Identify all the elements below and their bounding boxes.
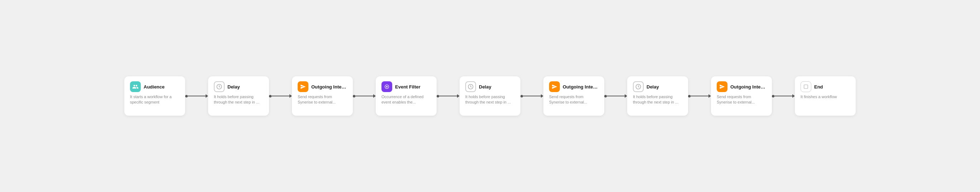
node-delay3[interactable]: Delay It holds before passing through th… <box>627 76 688 116</box>
line <box>439 96 457 96</box>
line <box>523 96 541 96</box>
audience-description: It starts a workflow for a specific segm… <box>130 94 180 105</box>
outgoing1-description: Send requests from Synerise to external.… <box>298 94 347 105</box>
workflow-container: Audience It starts a workflow for a spec… <box>110 69 870 123</box>
delay2-icon <box>465 81 476 92</box>
node-delay2[interactable]: Delay It holds before passing through th… <box>460 76 520 116</box>
dot <box>604 95 607 97</box>
node-outgoing3[interactable]: Outgoing Integr... Send requests from Sy… <box>711 76 772 116</box>
node-outgoing2-header: Outgoing Integr... <box>549 81 598 92</box>
outgoing2-description: Send requests from Synerise to external.… <box>549 94 598 105</box>
delay1-description: It holds before passing through the next… <box>214 94 263 105</box>
connector-7 <box>688 94 711 98</box>
outgoing2-title: Outgoing Integr... <box>563 84 598 90</box>
node-audience[interactable]: Audience It starts a workflow for a spec… <box>124 76 185 116</box>
connector-3 <box>353 94 376 98</box>
dot <box>185 95 188 97</box>
delay3-title: Delay <box>646 84 659 90</box>
node-outgoing1-header: Outgoing Integr... <box>298 81 347 92</box>
outgoing3-title: Outgoing Integr... <box>730 84 766 90</box>
audience-title: Audience <box>144 84 165 90</box>
line <box>607 96 625 96</box>
arrow-head <box>205 94 208 98</box>
delay3-icon <box>633 81 644 92</box>
event-filter-title: Event Filter <box>395 84 420 90</box>
arrow-head <box>625 94 627 98</box>
delay2-description: It holds before passing through the next… <box>465 94 515 105</box>
end-description: It finishes a workflow <box>800 94 850 100</box>
dot <box>437 95 439 97</box>
node-delay1-header: Delay <box>214 81 263 92</box>
node-delay3-header: Delay <box>633 81 682 92</box>
event-filter-description: Occurrence of a defined event enables th… <box>382 94 431 105</box>
arrow-head <box>457 94 460 98</box>
line <box>188 96 205 96</box>
node-delay1[interactable]: Delay It holds before passing through th… <box>208 76 269 116</box>
arrow-line <box>439 94 460 98</box>
node-outgoing1[interactable]: Outgoing Integr... Send requests from Sy… <box>292 76 353 116</box>
node-outgoing2[interactable]: Outgoing Integr... Send requests from Sy… <box>543 76 604 116</box>
outgoing2-icon <box>549 81 560 92</box>
delay2-title: Delay <box>479 84 492 90</box>
node-outgoing3-header: Outgoing Integr... <box>717 81 766 92</box>
connector-2 <box>269 94 292 98</box>
outgoing1-title: Outgoing Integr... <box>311 84 347 90</box>
node-event-filter[interactable]: Event Filter Occurrence of a defined eve… <box>376 76 437 116</box>
connector-6 <box>604 94 627 98</box>
line <box>775 96 792 96</box>
arrow-line <box>355 94 376 98</box>
arrow-head <box>792 94 795 98</box>
delay1-icon <box>214 81 224 92</box>
node-delay2-header: Delay <box>465 81 515 92</box>
outgoing3-icon <box>717 81 727 92</box>
delay1-title: Delay <box>228 84 240 90</box>
svg-point-2 <box>386 86 388 87</box>
end-icon <box>800 81 811 92</box>
dot <box>520 95 523 97</box>
line <box>690 96 708 96</box>
dot <box>772 95 775 97</box>
audience-icon <box>130 81 141 92</box>
arrow-line <box>272 94 292 98</box>
delay3-description: It holds before passing through the next… <box>633 94 682 105</box>
outgoing3-description: Send requests from Synerise to external.… <box>717 94 766 105</box>
connector-5 <box>520 94 543 98</box>
dot <box>688 95 690 97</box>
outgoing1-icon <box>298 81 309 92</box>
dot <box>353 95 355 97</box>
node-event-filter-header: Event Filter <box>382 81 431 92</box>
node-audience-header: Audience <box>130 81 180 92</box>
connector-4 <box>437 94 460 98</box>
connector-1 <box>185 94 208 98</box>
arrow-head <box>708 94 711 98</box>
arrow-line <box>188 94 208 98</box>
dot <box>269 95 272 97</box>
arrow-head <box>373 94 376 98</box>
arrow-line <box>690 94 711 98</box>
svg-rect-5 <box>804 85 808 89</box>
line <box>355 96 373 96</box>
arrow-head <box>290 94 292 98</box>
arrow-head <box>541 94 543 98</box>
node-end[interactable]: End It finishes a workflow <box>795 76 856 116</box>
event-filter-icon <box>382 81 392 92</box>
node-end-header: End <box>800 81 850 92</box>
end-title: End <box>814 84 823 90</box>
line <box>272 96 290 96</box>
arrow-line <box>607 94 627 98</box>
arrow-line <box>775 94 795 98</box>
arrow-line <box>523 94 543 98</box>
connector-8 <box>772 94 795 98</box>
